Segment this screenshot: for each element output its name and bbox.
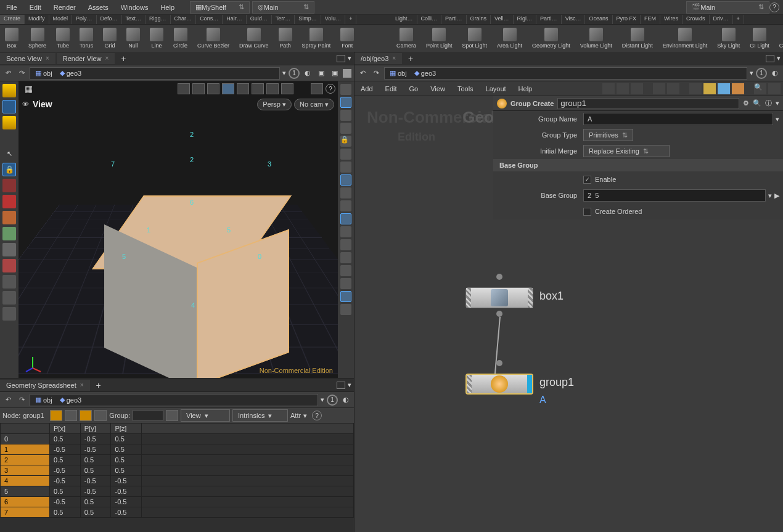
table-row[interactable]: 20.50.50.5: [1, 455, 354, 465]
shelf-tool-curve-bezier[interactable]: Curve Bezier: [192, 25, 234, 52]
ss-col-header[interactable]: P[z]: [111, 424, 142, 434]
shelf-tab[interactable]: Text…: [122, 15, 146, 24]
enable-checkbox[interactable]: ✓: [583, 176, 591, 184]
shelf-tool-tube[interactable]: Tube: [51, 25, 75, 52]
group-type-select[interactable]: Primitives⇅: [583, 129, 633, 141]
scale-tool[interactable]: [2, 227, 16, 240]
shelf-tool-camera[interactable]: Camera: [392, 25, 421, 52]
move-tool[interactable]: [2, 195, 16, 208]
shelf-tab[interactable]: Pyro FX: [613, 15, 641, 24]
shelf-tab[interactable]: Light…: [392, 15, 417, 24]
menu-assets[interactable]: Assets: [82, 1, 115, 14]
nav-fwd-icon[interactable]: ↷: [371, 68, 382, 79]
shelf-tool-gi-light[interactable]: GI Light: [745, 25, 774, 52]
camera-select-dropdown[interactable]: No cam ▾: [294, 99, 334, 110]
ss-intrinsics-dropdown[interactable]: Intrinsics▾: [232, 409, 288, 422]
maximize-icon[interactable]: [766, 55, 774, 62]
shelf-tool-spot-light[interactable]: Spot Light: [457, 25, 493, 52]
vp-btn-6[interactable]: [252, 83, 264, 94]
take-counter[interactable]: 1: [289, 68, 300, 79]
path-obj[interactable]: ▦obj: [33, 69, 55, 77]
close-icon[interactable]: ×: [80, 382, 84, 388]
select-contained-tool[interactable]: [2, 100, 16, 113]
chevron-down-icon[interactable]: ▾: [776, 99, 779, 107]
chevron-down-icon[interactable]: ▾: [768, 192, 772, 200]
chevron-down-icon[interactable]: ▾: [750, 69, 753, 77]
shelf-tool-circle[interactable]: Circle: [168, 25, 192, 52]
shelf-tab[interactable]: Parti…: [441, 15, 467, 24]
ss-col-header[interactable]: P[y]: [80, 424, 111, 434]
vpr-16[interactable]: [340, 291, 351, 302]
nm-btn-2[interactable]: [617, 83, 629, 94]
nm-btn-1[interactable]: [602, 83, 615, 94]
vpr-6[interactable]: [340, 162, 351, 173]
shelf-tab[interactable]: Create: [0, 15, 25, 24]
shelf-tab[interactable]: Cons…: [196, 15, 223, 24]
vpr-2[interactable]: [340, 97, 351, 108]
chevron-down-icon[interactable]: ▾: [776, 115, 779, 123]
search-icon[interactable]: 🔍: [753, 99, 761, 107]
shelf-tab[interactable]: Wires: [660, 15, 683, 24]
ss-detail-mode[interactable]: [94, 410, 107, 421]
vpr-10[interactable]: [340, 213, 351, 224]
row-index[interactable]: 5: [1, 486, 50, 497]
nm-layout[interactable]: Layout: [480, 83, 512, 95]
add-tab-button[interactable]: +: [116, 52, 131, 65]
help-icon[interactable]: ?: [769, 2, 779, 12]
path-input[interactable]: ▦obj ◆geo3: [30, 67, 280, 80]
ss-group-input[interactable]: [133, 410, 163, 421]
vp-btn-2[interactable]: [192, 83, 205, 94]
shelf-tab[interactable]: Parti…: [536, 15, 562, 24]
shelf-tab[interactable]: Grains: [467, 15, 491, 24]
table-row[interactable]: 4-0.5-0.5-0.5: [1, 476, 354, 486]
cube2-icon[interactable]: ▣: [329, 68, 340, 79]
maximize-icon[interactable]: [337, 55, 345, 62]
arrow-right-icon[interactable]: ▶: [774, 192, 779, 200]
vpr-13[interactable]: [340, 252, 351, 263]
shelf-tool-volume-light[interactable]: Volume Light: [575, 25, 617, 52]
shelf-tool-line[interactable]: Line: [145, 25, 168, 52]
node-group1[interactable]: group1 A: [465, 374, 533, 395]
take-counter[interactable]: 1: [756, 68, 767, 79]
shelf-tab[interactable]: Defo…: [97, 15, 122, 24]
shelf-tab[interactable]: Simp…: [295, 15, 321, 24]
add-tab-button[interactable]: +: [403, 52, 418, 65]
rotate-tool[interactable]: [2, 211, 16, 224]
ss-view-dropdown[interactable]: View▾: [181, 409, 230, 422]
vpr-14[interactable]: [340, 265, 351, 276]
row-index[interactable]: 0: [1, 434, 50, 444]
nm-view[interactable]: View: [424, 83, 451, 95]
vpr-15[interactable]: [340, 278, 351, 289]
ss-table[interactable]: P[x]P[y]P[z]00.5-0.50.51-0.5-0.50.520.50…: [0, 423, 354, 532]
row-index[interactable]: 7: [1, 507, 50, 518]
ss-col-header[interactable]: [1, 424, 50, 434]
section-base-group[interactable]: Base Group: [493, 159, 783, 171]
grid-toggle-icon[interactable]: ▦: [25, 84, 33, 94]
nm-help[interactable]: Help: [512, 83, 539, 95]
vp-btn-4[interactable]: [222, 83, 234, 94]
vpr-4[interactable]: [340, 123, 351, 134]
maximize-icon[interactable]: [337, 382, 345, 389]
take-counter[interactable]: 1: [327, 395, 338, 406]
handle-tool[interactable]: [2, 179, 16, 192]
vpr-3[interactable]: [340, 110, 351, 121]
shelf-tab[interactable]: Oceans: [585, 15, 612, 24]
shelf-tab[interactable]: Poly…: [72, 15, 97, 24]
nm-btn-6[interactable]: [689, 83, 702, 94]
nm-btn-9[interactable]: [732, 83, 744, 94]
square-icon[interactable]: [343, 69, 351, 78]
shelf-tab[interactable]: Volu…: [321, 15, 346, 24]
ordered-checkbox[interactable]: [583, 208, 591, 216]
nm-go[interactable]: Go: [403, 83, 425, 95]
snap-tool[interactable]: [2, 243, 16, 256]
menu-windows[interactable]: Windows: [115, 1, 155, 14]
node-output[interactable]: [496, 311, 502, 317]
vp-btn-8[interactable]: [281, 83, 293, 94]
shelf-tab[interactable]: Char…: [171, 15, 197, 24]
close-icon[interactable]: ×: [105, 55, 109, 62]
multi-snap-tool[interactable]: [2, 307, 16, 321]
ss-vert-mode[interactable]: [65, 410, 77, 421]
help-icon[interactable]: ?: [312, 411, 322, 420]
tab-render-view[interactable]: Render View ×: [57, 53, 115, 64]
magnet-tool[interactable]: [2, 259, 16, 272]
